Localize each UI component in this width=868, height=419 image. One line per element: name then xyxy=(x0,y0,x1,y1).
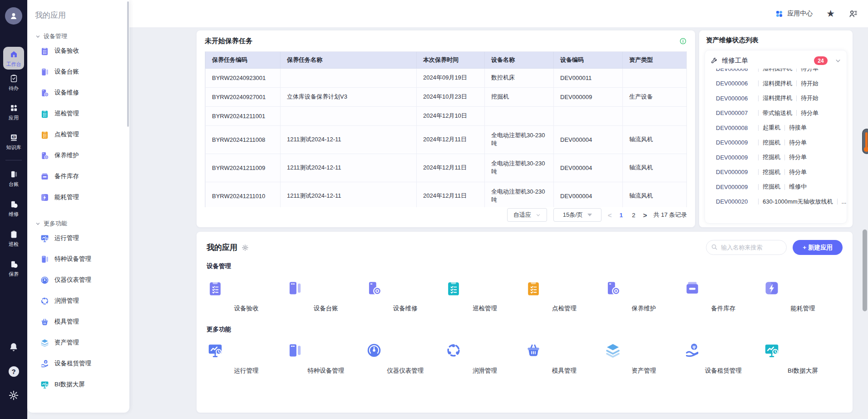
help-button[interactable]: ? xyxy=(0,366,27,377)
app-tile-equipment-lease[interactable]: 设备租赁管理 xyxy=(684,342,763,375)
app-tile-device-repair[interactable]: 设备维修 xyxy=(365,279,445,313)
rail-item-workbench[interactable]: 工作台 xyxy=(3,47,24,70)
sidebar-item-maintenance[interactable]: 保养维护 xyxy=(27,145,129,166)
column-header: 本次保养时间 xyxy=(417,52,485,68)
card-title: 我的应用 xyxy=(207,242,237,253)
clipboard-icon xyxy=(40,109,49,119)
next-page-button[interactable]: > xyxy=(643,211,647,219)
repair-item[interactable]: DEV000008 起重机 待接单 xyxy=(705,120,847,135)
rail-item-maintain[interactable]: 保养 xyxy=(0,260,27,278)
asset-repair-status-card: 资产维修状态列表 维修工单 24 DEV000006 湿料搅拌机 待分单 DEV… xyxy=(699,30,853,227)
rail-item-repair[interactable]: 维修 xyxy=(0,200,27,218)
user-settings-icon[interactable] xyxy=(848,9,858,19)
monitor-chart-icon xyxy=(40,380,49,389)
gear-icon[interactable] xyxy=(242,244,249,251)
info-icon[interactable] xyxy=(679,37,687,45)
app-tile-run-mgmt[interactable]: 运行管理 xyxy=(207,342,286,375)
sidebar-item-mold-mgmt[interactable]: 模具管理 xyxy=(27,311,129,332)
app-center-button[interactable]: 应用中心 xyxy=(775,10,813,18)
app-tile-lubrication[interactable]: 润滑管理 xyxy=(445,342,524,375)
app-tile-mold-mgmt[interactable]: 模具管理 xyxy=(525,342,604,375)
sidebar-item-spot-check[interactable]: 点检管理 xyxy=(27,124,129,145)
table-row[interactable]: BYRW202412110012024年12月10日 xyxy=(206,106,687,125)
app-tile-patrol-mgmt[interactable]: 巡检管理 xyxy=(445,279,524,313)
repair-item[interactable]: DEV000009 挖掘机 维修中 xyxy=(705,180,847,195)
table-row[interactable]: BYRW202412110081211测试2024-12-112024年12月1… xyxy=(206,125,687,154)
rail-item-ledger[interactable]: 台账 xyxy=(0,170,27,188)
avatar[interactable] xyxy=(5,7,22,25)
sidebar-item-asset-mgmt[interactable]: 资产管理 xyxy=(27,332,129,353)
repair-item[interactable]: DEV000020 630-1000mm无轴收放线机 ... xyxy=(705,195,847,210)
table-row[interactable]: BYRW202412110101211测试2024-12-112024年12月1… xyxy=(206,182,687,207)
device-wrench-icon xyxy=(40,88,49,98)
sidebar-item-patrol-mgmt[interactable]: 巡检管理 xyxy=(27,103,129,124)
table-row[interactable]: BYRW202412110091211测试2024-12-112024年12月1… xyxy=(206,154,687,182)
basket-icon xyxy=(40,317,49,327)
thermometer-icon xyxy=(865,132,868,148)
app-tile-bi-dashboard[interactable]: BI数据大屏 xyxy=(763,342,843,375)
search-input[interactable] xyxy=(706,240,787,255)
layers-icon xyxy=(40,338,49,348)
sidebar-item-spare-parts[interactable]: 备件库存 xyxy=(27,166,129,187)
clipboard-icon xyxy=(207,279,286,297)
chevron-down-icon[interactable] xyxy=(835,58,841,64)
fit-select[interactable]: 自适应 xyxy=(507,208,547,222)
floating-widget[interactable] xyxy=(862,129,868,154)
sidebar-group-equipment[interactable]: 设备管理 xyxy=(27,32,129,40)
app-tile-instrument-mgmt[interactable]: 仪器仪表管理 xyxy=(365,342,445,375)
patrol-clipboard-icon xyxy=(10,230,18,239)
page-size-select[interactable]: 15条/页 xyxy=(553,208,602,222)
app-tile-spot-check[interactable]: 点检管理 xyxy=(525,279,604,313)
rail-item-knowledge[interactable]: 知识库 xyxy=(0,133,27,151)
rail-item-label: 应用 xyxy=(0,115,27,121)
gear-icon xyxy=(8,390,19,401)
repair-item[interactable]: DEV000006 湿料搅拌机 待开始 xyxy=(705,91,847,106)
sidebar-item-lubrication[interactable]: 润滑管理 xyxy=(27,290,129,311)
sidebar-item-device-acceptance[interactable]: 设备验收 xyxy=(27,40,129,61)
sidebar-item-device-repair[interactable]: 设备维修 xyxy=(27,82,129,103)
prev-page-button[interactable]: < xyxy=(608,211,612,219)
sidebar-item-instrument-mgmt[interactable]: 仪器仪表管理 xyxy=(27,269,129,290)
sidebar-item-device-ledger[interactable]: 设备台账 xyxy=(27,61,129,82)
gauge-icon xyxy=(365,342,445,359)
app-tile-spare-parts[interactable]: 备件库存 xyxy=(684,279,763,313)
column-header: 资产类型 xyxy=(623,52,687,68)
rail-item-label: 巡检 xyxy=(0,241,27,248)
repair-item[interactable]: DEV000009 挖掘机 待分单 xyxy=(705,150,847,165)
rail-item-todo[interactable]: 待办 xyxy=(0,74,27,92)
app-tile-device-ledger[interactable]: 设备台账 xyxy=(286,279,365,313)
table-row[interactable]: BYRW20240927001立体库设备保养计划V32024年10月23日挖掘机… xyxy=(206,87,687,106)
sidebar-scrollbar-thumb[interactable] xyxy=(127,1,129,127)
app-tile-maintenance[interactable]: 保养维护 xyxy=(604,279,684,313)
notifications-button[interactable] xyxy=(0,342,27,353)
table-row[interactable]: BYRW202409230012024年09月19日数控机床DEV000011 xyxy=(206,68,687,87)
repair-item[interactable]: DEV000009 挖掘机 待分单 xyxy=(705,165,847,180)
app-tile-special-equipment[interactable]: 特种设备管理 xyxy=(286,342,365,375)
settings-button[interactable] xyxy=(0,390,27,401)
page-number-1[interactable]: 1 xyxy=(618,212,625,219)
home-icon xyxy=(10,50,18,59)
rail-item-apps[interactable]: 应用 xyxy=(0,104,27,121)
sidebar-item-run-mgmt[interactable]: 运行管理 xyxy=(27,228,129,249)
new-app-button[interactable]: + 新建应用 xyxy=(793,240,843,255)
repair-item[interactable]: DEV000007 带式输送机 待分单 xyxy=(705,106,847,121)
sidebar-item-special-equipment[interactable]: 特种设备管理 xyxy=(27,249,129,269)
page-number-2[interactable]: 2 xyxy=(631,212,637,219)
app-tile-asset-mgmt[interactable]: 资产管理 xyxy=(604,342,684,375)
app-tile-device-acceptance[interactable]: 设备验收 xyxy=(207,279,286,313)
repair-item[interactable]: DEV000006 湿料搅拌机 待分单 xyxy=(705,69,847,76)
sidebar-group-more[interactable]: 更多功能 xyxy=(27,219,129,228)
rail-item-patrol[interactable]: 巡检 xyxy=(0,230,27,248)
layers-icon xyxy=(604,342,684,359)
repair-item[interactable]: DEV000006 湿料搅拌机 待开始 xyxy=(705,76,847,91)
sidebar-item-equipment-lease[interactable]: 设备租赁管理 xyxy=(27,353,129,374)
favorites-star-icon[interactable]: ★ xyxy=(826,9,835,19)
my-apps-drawer: 我的应用 设备管理 设备验收 设备台账 设备维修 巡检管理 点检管理 保养维护 … xyxy=(27,0,129,413)
app-tile-energy[interactable]: 能耗管理 xyxy=(763,279,843,313)
sidebar-item-bi-dashboard[interactable]: BI数据大屏 xyxy=(27,374,129,395)
bolt-icon xyxy=(763,279,843,297)
device-repair-icon xyxy=(10,200,18,209)
main-scrollbar-thumb[interactable] xyxy=(863,229,867,311)
repair-item[interactable]: DEV000009 挖掘机 待分单 xyxy=(705,135,847,150)
sidebar-item-energy[interactable]: 能耗管理 xyxy=(27,187,129,208)
